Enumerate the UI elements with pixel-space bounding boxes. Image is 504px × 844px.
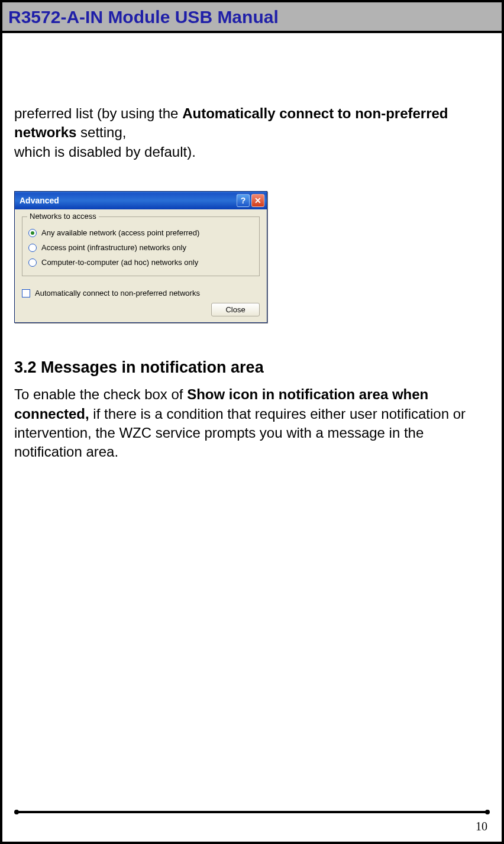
help-icon: ? [241, 196, 246, 205]
auto-connect-checkbox-row[interactable]: Automatically connect to non-preferred n… [22, 286, 260, 300]
footer-rule [17, 811, 487, 813]
advanced-dialog: Advanced ? ✕ Networks to access [14, 191, 267, 323]
section-heading: 3.2 Messages in notification area [14, 358, 490, 377]
intro-line2: which is disabled by default). [14, 144, 196, 160]
dialog-titlebar[interactable]: Advanced ? ✕ [15, 192, 267, 209]
radio-label: Access point (infrastructure) networks o… [41, 243, 186, 252]
radio-option-access-point-only[interactable]: Access point (infrastructure) networks o… [28, 240, 253, 255]
radio-option-adhoc-only[interactable]: Computer-to-computer (ad hoc) networks o… [28, 255, 253, 270]
page-number: 10 [476, 820, 487, 833]
intro-paragraph: preferred list (by using the Automatical… [14, 104, 490, 161]
help-button[interactable]: ? [237, 194, 250, 207]
radio-option-any-available[interactable]: Any available network (access point pref… [28, 225, 253, 240]
page-header: R3572-A-IN Module USB Manual [2, 2, 502, 33]
groupbox-legend: Networks to access [27, 212, 99, 221]
section-paragraph: To enable the check box of Show icon in … [14, 385, 490, 462]
radio-label: Any available network (access point pref… [41, 228, 199, 237]
dialog-title: Advanced [20, 196, 59, 205]
footer-ornament-right [485, 810, 490, 814]
close-icon-button[interactable]: ✕ [251, 194, 264, 207]
page-header-title: R3572-A-IN Module USB Manual [8, 7, 279, 27]
titlebar-buttons: ? ✕ [237, 194, 264, 207]
checkbox-label: Automatically connect to non-preferred n… [35, 289, 200, 297]
networks-groupbox: Networks to access Any available network… [22, 216, 260, 276]
screenshot-figure: Advanced ? ✕ Networks to access [14, 191, 490, 323]
page-body: preferred list (by using the Automatical… [2, 33, 502, 462]
radio-icon [28, 244, 37, 252]
dialog-body: Networks to access Any available network… [15, 209, 267, 322]
intro-line1-prefix: preferred list (by using the [14, 105, 182, 121]
document-page: R3572-A-IN Module USB Manual preferred l… [0, 0, 504, 844]
radio-icon [28, 229, 37, 237]
radio-icon [28, 258, 37, 267]
dialog-button-row: Close [22, 300, 260, 316]
close-icon: ✕ [254, 196, 261, 205]
checkbox-icon [22, 289, 30, 297]
section-p-prefix: To enable the check box of [14, 386, 187, 402]
close-button[interactable]: Close [211, 303, 260, 316]
radio-label: Computer-to-computer (ad hoc) networks o… [41, 258, 198, 267]
close-button-label: Close [225, 305, 245, 314]
intro-line1-suffix: setting, [76, 124, 126, 140]
